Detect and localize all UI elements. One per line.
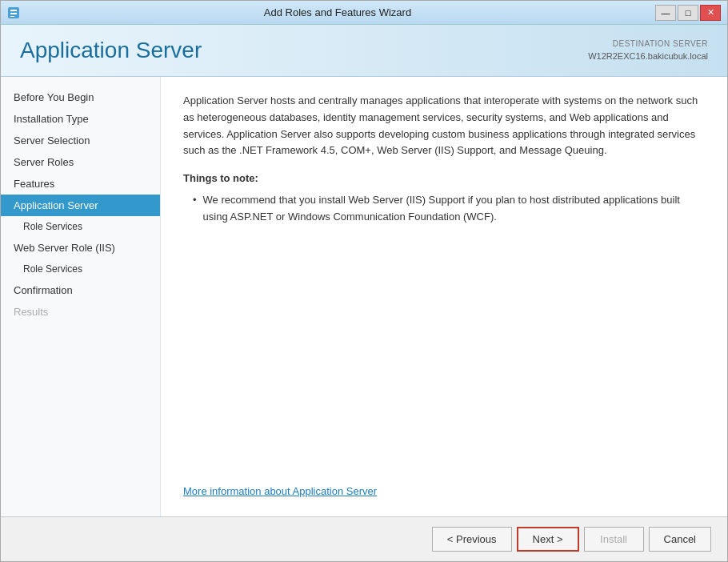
sidebar-item-server-selection[interactable]: Server Selection [1, 130, 160, 151]
install-button[interactable]: Install [584, 527, 644, 552]
sidebar-item-confirmation[interactable]: Confirmation [1, 279, 160, 301]
sidebar-item-before-you-begin[interactable]: Before You Begin [1, 86, 160, 108]
sidebar-item-results: Results [1, 301, 160, 323]
window-controls: — □ ✕ [655, 5, 721, 21]
close-button[interactable]: ✕ [700, 5, 721, 21]
server-name: W12R2EXC16.bakicubuk.local [588, 50, 708, 63]
wizard-window: Add Roles and Features Wizard — □ ✕ Appl… [0, 0, 728, 562]
sidebar-item-features[interactable]: Features [1, 173, 160, 195]
sidebar: Before You BeginInstallation TypeServer … [1, 77, 161, 516]
list-item: We recommend that you install Web Server… [193, 192, 705, 226]
sidebar-item-server-roles[interactable]: Server Roles [1, 151, 160, 173]
things-to-note-label: Things to note: [183, 172, 705, 184]
server-label: DESTINATION SERVER [588, 38, 708, 50]
bullet-list: We recommend that you install Web Server… [183, 192, 705, 226]
sidebar-item-role-services-2[interactable]: Role Services [1, 259, 160, 279]
sidebar-item-role-services-1[interactable]: Role Services [1, 216, 160, 237]
sidebar-item-application-server[interactable]: Application Server [1, 195, 160, 216]
previous-button[interactable]: < Previous [432, 527, 512, 552]
sidebar-item-installation-type[interactable]: Installation Type [1, 108, 160, 130]
sidebar-item-web-server-role[interactable]: Web Server Role (IIS) [1, 237, 160, 259]
svg-rect-1 [10, 10, 17, 11]
app-icon [7, 6, 20, 19]
more-info-link[interactable]: More information about Application Serve… [183, 485, 377, 497]
page-title: Application Server [20, 38, 202, 63]
title-bar: Add Roles and Features Wizard — □ ✕ [1, 1, 727, 25]
bullet-text: We recommend that you install Web Server… [203, 192, 705, 226]
content-panel: Application Server hosts and centrally m… [161, 77, 727, 516]
footer: < Previous Next > Install Cancel [1, 516, 727, 561]
minimize-button[interactable]: — [655, 5, 676, 21]
maximize-button[interactable]: □ [678, 5, 698, 21]
server-info: DESTINATION SERVER W12R2EXC16.bakicubuk.… [588, 38, 708, 63]
svg-rect-3 [10, 16, 14, 17]
next-button[interactable]: Next > [517, 527, 579, 552]
content-description: Application Server hosts and centrally m… [183, 93, 705, 159]
svg-rect-2 [10, 13, 17, 14]
main-content: Before You BeginInstallation TypeServer … [1, 77, 727, 516]
wizard-header: Application Server DESTINATION SERVER W1… [1, 25, 727, 77]
window-title: Add Roles and Features Wizard [20, 6, 655, 18]
cancel-button[interactable]: Cancel [649, 527, 711, 552]
